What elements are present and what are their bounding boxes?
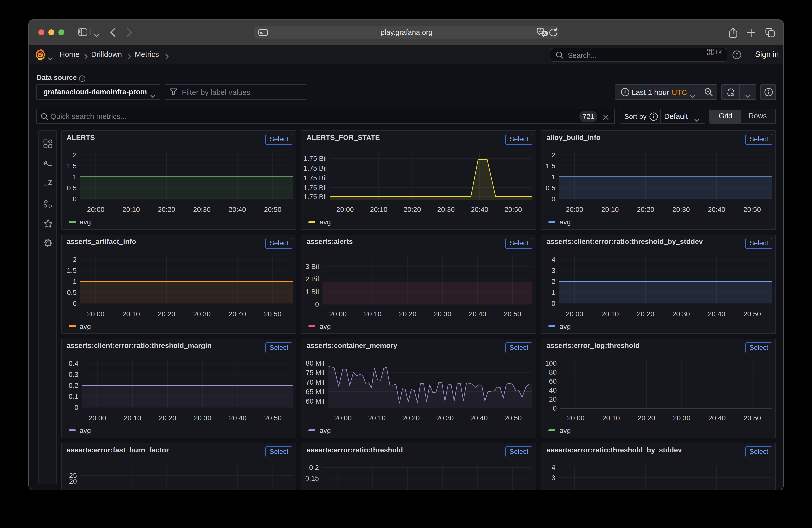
- svg-text:3: 3: [552, 474, 556, 482]
- svg-text:20:30: 20:30: [672, 206, 690, 214]
- svg-text:20:30: 20:30: [194, 414, 211, 422]
- svg-text:20:40: 20:40: [229, 310, 246, 318]
- svg-text:0: 0: [74, 404, 78, 411]
- svg-text:1.75 Bil: 1.75 Bil: [304, 184, 327, 192]
- svg-text:20:10: 20:10: [122, 206, 140, 214]
- svg-text:20:00: 20:00: [336, 206, 354, 214]
- svg-text:80: 80: [549, 368, 557, 376]
- svg-text:1: 1: [72, 278, 76, 285]
- svg-text:60 Mil: 60 Mil: [306, 397, 325, 405]
- svg-text:0.2: 0.2: [309, 464, 319, 471]
- svg-text:0: 0: [552, 195, 556, 203]
- svg-text:20:10: 20:10: [364, 310, 382, 318]
- svg-text:20:00: 20:00: [87, 310, 104, 318]
- svg-text:20:50: 20:50: [505, 414, 522, 422]
- svg-text:0.3: 0.3: [69, 370, 78, 378]
- svg-text:20:50: 20:50: [264, 206, 281, 214]
- svg-text:A: A: [43, 159, 48, 166]
- svg-text:20:40: 20:40: [471, 206, 489, 214]
- svg-text:0: 0: [316, 300, 319, 308]
- svg-text:2: 2: [552, 151, 556, 159]
- svg-text:20:10: 20:10: [124, 414, 141, 422]
- svg-text:20:50: 20:50: [264, 310, 281, 318]
- svg-text:80 Mil: 80 Mil: [306, 360, 325, 367]
- svg-text:1: 1: [72, 173, 76, 181]
- svg-text:65 Mil: 65 Mil: [306, 388, 325, 396]
- svg-text:20:20: 20:20: [403, 414, 420, 422]
- svg-text:1 Bil: 1 Bil: [306, 288, 319, 295]
- svg-text:20: 20: [549, 395, 557, 403]
- svg-text:1.5: 1.5: [546, 162, 555, 170]
- svg-text:100: 100: [545, 360, 557, 367]
- svg-text:20:50: 20:50: [743, 310, 761, 318]
- svg-text:0: 0: [72, 195, 76, 203]
- svg-text:20:30: 20:30: [193, 206, 211, 214]
- svg-text:20:40: 20:40: [470, 414, 488, 422]
- svg-text:1.5: 1.5: [67, 162, 76, 170]
- svg-text:2: 2: [72, 255, 76, 263]
- svg-text:20:40: 20:40: [708, 206, 725, 214]
- svg-text:20:00: 20:00: [88, 414, 106, 422]
- svg-text:?: ?: [735, 52, 738, 58]
- svg-text:20:00: 20:00: [566, 206, 583, 214]
- svg-text:0.15: 0.15: [305, 475, 319, 483]
- svg-text:1.75 Bil: 1.75 Bil: [304, 155, 327, 163]
- svg-text:20:30: 20:30: [436, 414, 454, 422]
- svg-text:20:30: 20:30: [437, 206, 455, 214]
- svg-text:1.75 Bil: 1.75 Bil: [304, 193, 327, 201]
- svg-text:20:10: 20:10: [368, 414, 386, 422]
- svg-text:20:50: 20:50: [504, 310, 522, 318]
- svg-text:20:40: 20:40: [229, 414, 246, 422]
- svg-text:4: 4: [552, 464, 556, 471]
- svg-text:20:30: 20:30: [673, 414, 691, 422]
- svg-text:+k: +k: [714, 48, 722, 56]
- svg-text:1: 1: [552, 289, 556, 296]
- svg-text:20:10: 20:10: [122, 310, 140, 318]
- svg-text:20:40: 20:40: [469, 310, 487, 318]
- svg-text:20:10: 20:10: [603, 414, 620, 422]
- svg-text:20:20: 20:20: [637, 206, 654, 214]
- svg-text:20:20: 20:20: [404, 206, 421, 214]
- svg-text:3: 3: [552, 266, 556, 274]
- svg-text:4: 4: [552, 255, 556, 263]
- svg-text:20:20: 20:20: [158, 206, 175, 214]
- svg-text:20:30: 20:30: [193, 310, 211, 318]
- svg-text:0: 0: [552, 299, 556, 307]
- svg-text:0.4: 0.4: [69, 360, 78, 367]
- svg-text:0: 0: [553, 404, 557, 412]
- svg-text:2 Bil: 2 Bil: [306, 275, 319, 283]
- svg-text:20:40: 20:40: [708, 310, 725, 318]
- svg-text:60: 60: [549, 378, 557, 385]
- svg-text:20:20: 20:20: [399, 310, 417, 318]
- svg-text:20:20: 20:20: [158, 310, 175, 318]
- svg-text:40: 40: [549, 386, 557, 394]
- svg-text:20:40: 20:40: [709, 414, 726, 422]
- svg-text:20:30: 20:30: [434, 310, 452, 318]
- svg-text:20:10: 20:10: [601, 206, 619, 214]
- svg-text:20:20: 20:20: [159, 414, 176, 422]
- svg-text:A: A: [539, 29, 542, 33]
- svg-text:2: 2: [552, 278, 556, 285]
- svg-text:75 Mil: 75 Mil: [306, 369, 325, 377]
- svg-text:70 Mil: 70 Mil: [306, 379, 325, 386]
- svg-text:1.75 Bil: 1.75 Bil: [304, 165, 327, 173]
- svg-text:0.2: 0.2: [69, 381, 78, 389]
- svg-text:20:50: 20:50: [744, 414, 761, 422]
- svg-text:1.75 Bil: 1.75 Bil: [304, 175, 327, 182]
- svg-text:20:00: 20:00: [566, 310, 583, 318]
- svg-text:0.1: 0.1: [69, 393, 78, 400]
- svg-text:20:10: 20:10: [370, 206, 388, 214]
- svg-text:0: 0: [72, 299, 76, 307]
- svg-text:20: 20: [69, 478, 77, 485]
- svg-text:0.5: 0.5: [67, 289, 76, 296]
- svg-text:Z: Z: [48, 179, 52, 186]
- svg-text:20:00: 20:00: [330, 310, 347, 318]
- svg-text:20:00: 20:00: [334, 414, 352, 422]
- svg-text:20:50: 20:50: [743, 206, 761, 214]
- svg-text:20:50: 20:50: [264, 414, 281, 422]
- svg-text:3 Bil: 3 Bil: [306, 263, 319, 270]
- svg-text:20:20: 20:20: [638, 414, 655, 422]
- svg-text:1: 1: [552, 173, 556, 181]
- svg-text:20:50: 20:50: [505, 206, 522, 214]
- svg-text:20:40: 20:40: [229, 206, 246, 214]
